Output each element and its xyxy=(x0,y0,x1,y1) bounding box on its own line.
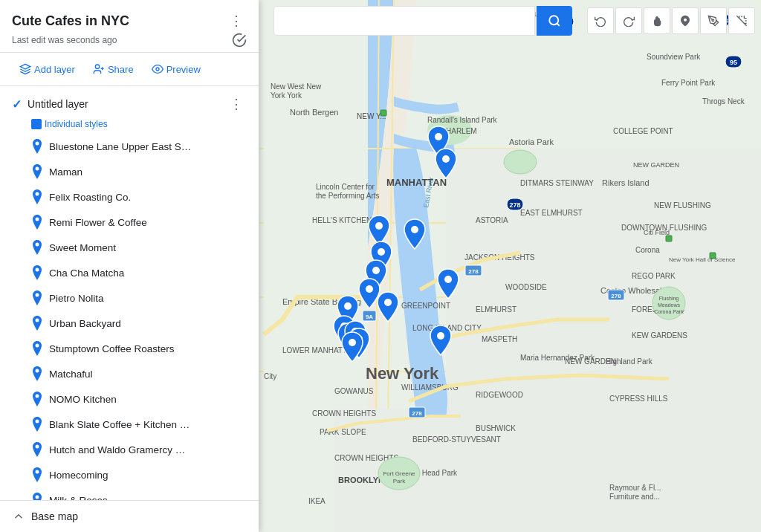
share-label: Share xyxy=(108,64,134,75)
place-pin-icon xyxy=(31,164,43,179)
list-item[interactable]: Pietro Nolita xyxy=(0,285,259,311)
svg-point-127 xyxy=(36,344,39,348)
svg-text:PARK SLOPE: PARK SLOPE xyxy=(320,428,366,436)
place-pin-icon xyxy=(31,189,43,204)
svg-point-137 xyxy=(684,19,687,22)
svg-text:York York: York York xyxy=(271,91,302,100)
pan-icon xyxy=(651,15,663,27)
map-toolbar xyxy=(273,6,755,36)
svg-text:MASPETH: MASPETH xyxy=(482,335,517,343)
individual-styles-row[interactable]: Individual styles xyxy=(0,117,259,134)
place-name: Matchaful xyxy=(49,369,93,380)
svg-point-92 xyxy=(372,267,380,274)
svg-text:IKEA: IKEA xyxy=(308,497,326,505)
list-item[interactable]: Hutch and Waldo Gramercy … xyxy=(0,437,259,462)
list-item[interactable]: Sweet Moment xyxy=(0,235,259,260)
undo-button[interactable] xyxy=(587,7,614,34)
svg-point-130 xyxy=(36,420,39,424)
list-item[interactable]: NOMO Kitchen xyxy=(0,386,259,412)
place-name: Stumptown Coffee Roasters xyxy=(49,343,175,354)
svg-point-87 xyxy=(435,133,442,140)
list-item[interactable]: Cha Cha Matcha xyxy=(0,260,259,285)
search-input[interactable] xyxy=(273,6,535,36)
base-map-section[interactable]: Base map xyxy=(0,500,259,532)
layer-checkbox[interactable]: ✓ xyxy=(12,97,22,111)
svg-marker-114 xyxy=(20,64,30,69)
list-item[interactable]: Matchaful xyxy=(0,361,259,386)
list-item[interactable]: Stumptown Coffee Roasters xyxy=(0,336,259,361)
svg-point-138 xyxy=(712,19,714,22)
list-item[interactable]: Blank Slate Coffee + Kitchen … xyxy=(0,412,259,437)
svg-point-126 xyxy=(36,319,39,322)
svg-text:9A: 9A xyxy=(366,314,373,320)
svg-text:Astoria Park: Astoria Park xyxy=(509,137,554,146)
draw-line-button[interactable] xyxy=(700,7,727,34)
svg-point-79 xyxy=(504,150,537,174)
svg-text:New West New: New West New xyxy=(271,82,322,91)
svg-point-90 xyxy=(411,226,418,233)
undo-icon xyxy=(595,15,606,27)
individual-styles-label: Individual styles xyxy=(45,119,108,129)
list-item[interactable]: Urban Backyard xyxy=(0,311,259,336)
svg-text:Randall's Island Park: Randall's Island Park xyxy=(427,116,498,124)
svg-text:NEW GARDEN: NEW GARDEN xyxy=(633,161,679,169)
svg-text:CYPRESS HILLS: CYPRESS HILLS xyxy=(609,395,668,403)
place-name: Bluestone Lane Upper East S… xyxy=(49,141,191,152)
place-name: Hutch and Waldo Gramercy … xyxy=(49,444,185,455)
layer-title-row: ✓ Untitled layer xyxy=(12,97,88,111)
list-item[interactable]: Milk & Roses xyxy=(0,487,259,500)
svg-point-89 xyxy=(375,222,383,230)
save-to-drive-icon[interactable] xyxy=(232,33,247,48)
svg-point-94 xyxy=(344,302,352,310)
svg-point-129 xyxy=(36,395,39,398)
place-pin-icon xyxy=(31,291,43,305)
svg-rect-83 xyxy=(666,236,672,241)
svg-point-119 xyxy=(36,142,39,146)
svg-text:GOWANUS: GOWANUS xyxy=(334,387,374,395)
list-item[interactable]: Maman xyxy=(0,159,259,184)
svg-point-132 xyxy=(36,470,39,474)
place-list: Bluestone Lane Upper East S… Maman Felix… xyxy=(0,134,259,500)
svg-text:Corona: Corona xyxy=(635,246,660,254)
add-layer-button[interactable]: Add layer xyxy=(12,59,82,80)
place-name: NOMO Kitchen xyxy=(49,394,117,405)
list-item[interactable]: Remi Flower & Coffee xyxy=(0,210,259,235)
redo-button[interactable] xyxy=(615,7,642,34)
share-button[interactable]: Share xyxy=(85,59,141,80)
svg-point-121 xyxy=(36,192,39,196)
svg-point-99 xyxy=(349,339,356,346)
add-marker-button[interactable] xyxy=(672,7,699,34)
last-edit-row: Last edit was seconds ago xyxy=(12,33,247,48)
svg-text:Lincoln Center for: Lincoln Center for xyxy=(316,183,375,191)
marker-icon xyxy=(679,15,691,27)
pan-button[interactable] xyxy=(644,7,670,34)
place-name: Remi Flower & Coffee xyxy=(49,217,147,228)
svg-point-120 xyxy=(36,167,39,171)
preview-button[interactable]: Preview xyxy=(144,59,208,80)
svg-point-124 xyxy=(36,268,39,272)
layer-more-options-button[interactable]: ⋮ xyxy=(226,94,247,114)
measure-button[interactable] xyxy=(728,7,755,34)
svg-point-91 xyxy=(378,248,385,256)
action-bar: Add layer Share Preview xyxy=(0,53,259,86)
list-item[interactable]: Felix Roasting Co. xyxy=(0,184,259,210)
place-name: Sweet Moment xyxy=(49,242,116,253)
place-pin-icon xyxy=(31,467,43,482)
svg-point-123 xyxy=(36,243,39,247)
place-name: Urban Backyard xyxy=(49,318,121,329)
more-options-button[interactable]: ⋮ xyxy=(226,10,247,31)
draw-icon xyxy=(707,15,719,27)
last-edit-text: Last edit was seconds ago xyxy=(12,35,117,45)
svg-point-135 xyxy=(549,16,558,25)
svg-text:Fort Greene: Fort Greene xyxy=(383,470,415,477)
svg-point-131 xyxy=(36,445,39,449)
list-item[interactable]: Bluestone Lane Upper East S… xyxy=(0,134,259,159)
svg-text:278: 278 xyxy=(412,410,422,417)
search-button[interactable] xyxy=(537,6,572,36)
place-pin-icon xyxy=(31,139,43,154)
svg-text:COLLEGE POINT: COLLEGE POINT xyxy=(613,127,673,135)
list-item[interactable]: Homecoming xyxy=(0,462,259,487)
svg-text:Furniture and...: Furniture and... xyxy=(609,493,660,501)
place-name: Milk & Roses xyxy=(49,495,108,501)
svg-point-100 xyxy=(437,332,444,340)
